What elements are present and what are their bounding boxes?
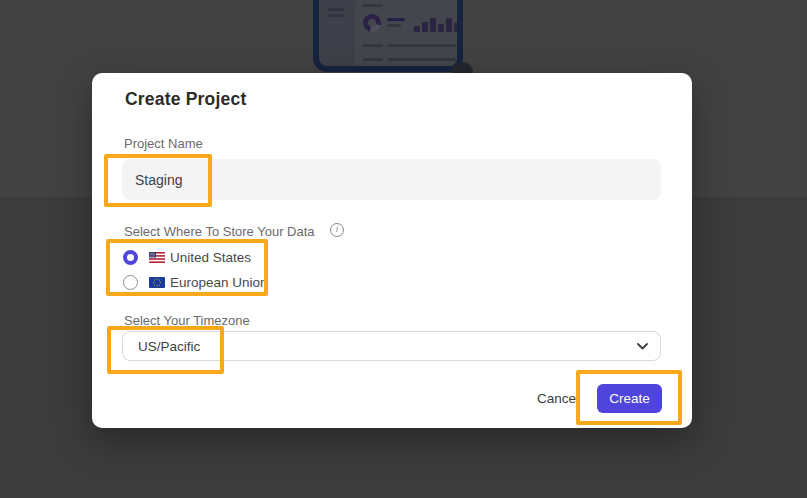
dashboard-illustration <box>313 0 463 72</box>
timezone-selected-value: US/Pacific <box>138 339 637 354</box>
create-button[interactable]: Create <box>597 384 662 413</box>
project-name-label: Project Name <box>124 136 203 151</box>
radio-option-european-union[interactable]: European Union <box>123 275 268 290</box>
chevron-down-icon <box>637 343 648 350</box>
bar-chart-icon <box>414 6 460 32</box>
hamburger-line-icon <box>328 8 344 11</box>
timezone-select[interactable]: US/Pacific <box>122 331 661 361</box>
data-residency-label: Select Where To Store Your Data <box>124 224 315 239</box>
info-circle-icon[interactable]: i <box>330 223 344 237</box>
radio-unselected-icon[interactable] <box>123 275 138 290</box>
screen: Create Project Project Name Select Where… <box>0 0 807 498</box>
cancel-button[interactable]: Cancel <box>533 391 583 406</box>
hamburger-line-icon <box>328 14 344 17</box>
donut-chart-icon <box>360 11 385 36</box>
eu-flag-icon <box>149 277 165 288</box>
radio-label: United States <box>170 250 251 265</box>
create-project-dialog: Create Project Project Name Select Where… <box>92 73 692 428</box>
radio-selected-icon[interactable] <box>123 250 138 265</box>
project-name-input[interactable] <box>122 159 661 200</box>
radio-option-united-states[interactable]: United States <box>123 250 251 265</box>
dialog-title: Create Project <box>125 89 246 110</box>
dialog-actions: Cancel Create <box>533 384 662 413</box>
timezone-label: Select Your Timezone <box>124 313 250 328</box>
us-flag-icon <box>149 252 165 263</box>
radio-label: European Union <box>170 275 268 290</box>
illustration-chart-card <box>355 0 463 70</box>
